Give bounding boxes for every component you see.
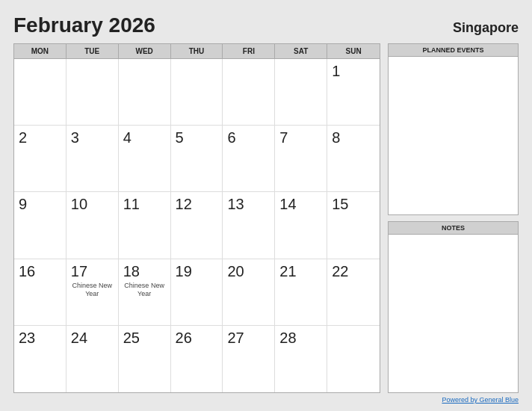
notes-content bbox=[389, 235, 518, 392]
cal-cell-1: 1 bbox=[327, 59, 380, 126]
cal-cell-26: 26 bbox=[171, 326, 223, 392]
cal-cell-6: 6 bbox=[223, 126, 275, 192]
cal-cell-18: 18 Chinese New Year bbox=[119, 259, 171, 326]
day-number: 16 bbox=[19, 262, 35, 280]
day-number: 26 bbox=[176, 329, 192, 347]
cal-cell-28: 28 bbox=[275, 326, 327, 392]
cal-cell-21: 21 bbox=[275, 259, 327, 326]
header: February 2026 Singapore bbox=[13, 13, 519, 37]
cal-cell bbox=[66, 59, 119, 126]
day-number: 14 bbox=[279, 195, 296, 213]
calendar-grid: 1 2 3 4 5 6 7 bbox=[14, 59, 380, 392]
footer-link[interactable]: Powered by General Blue bbox=[442, 396, 519, 404]
cal-cell-15: 15 bbox=[327, 192, 380, 259]
cal-cell-17: 17 Chinese New Year bbox=[66, 259, 119, 326]
day-sat: SAT bbox=[275, 44, 327, 58]
day-number: 11 bbox=[123, 195, 140, 213]
calendar-page: February 2026 Singapore MON TUE WED THU … bbox=[0, 0, 532, 411]
cal-cell-2: 2 bbox=[14, 126, 66, 192]
cal-cell-5: 5 bbox=[171, 126, 223, 192]
event-chinese-new-year-1: Chinese New Year bbox=[71, 282, 114, 299]
day-number: 6 bbox=[227, 129, 235, 146]
day-number: 27 bbox=[227, 329, 244, 347]
day-number: 20 bbox=[227, 262, 244, 280]
cal-cell-3: 3 bbox=[66, 126, 119, 192]
sidebar: PLANNED EVENTS NOTES bbox=[388, 43, 519, 393]
cal-cell-19: 19 bbox=[171, 259, 223, 326]
cal-cell-8: 8 bbox=[327, 126, 380, 192]
footer: Powered by General Blue bbox=[13, 396, 519, 404]
planned-events-box: PLANNED EVENTS bbox=[388, 43, 519, 215]
day-fri: FRI bbox=[223, 44, 275, 58]
day-number: 7 bbox=[279, 129, 288, 146]
day-headers: MON TUE WED THU FRI SAT SUN bbox=[14, 44, 380, 59]
day-number: 19 bbox=[176, 262, 192, 280]
cal-cell bbox=[171, 59, 223, 126]
cal-cell-23: 23 bbox=[14, 326, 66, 392]
day-number: 3 bbox=[71, 129, 79, 146]
day-number: 2 bbox=[19, 129, 27, 146]
day-mon: MON bbox=[14, 44, 66, 58]
cal-cell-22: 22 bbox=[327, 259, 380, 326]
country-title: Singapore bbox=[453, 20, 519, 36]
cal-cell-9: 9 bbox=[14, 192, 66, 259]
cal-cell-7: 7 bbox=[275, 126, 327, 192]
day-tue: TUE bbox=[66, 44, 119, 58]
day-number: 15 bbox=[332, 195, 348, 213]
cal-cell-16: 16 bbox=[14, 259, 66, 326]
cal-cell bbox=[14, 59, 66, 126]
notes-title: NOTES bbox=[389, 222, 518, 235]
day-number: 21 bbox=[279, 262, 296, 280]
day-number: 17 bbox=[71, 262, 87, 280]
calendar: MON TUE WED THU FRI SAT SUN 1 bbox=[13, 43, 380, 393]
day-number: 1 bbox=[332, 62, 340, 80]
cal-cell-24: 24 bbox=[66, 326, 119, 392]
cal-cell-12: 12 bbox=[171, 192, 223, 259]
cal-cell bbox=[119, 59, 171, 126]
day-number: 8 bbox=[332, 129, 340, 146]
day-number: 24 bbox=[71, 329, 87, 347]
day-number: 28 bbox=[279, 329, 296, 347]
day-thu: THU bbox=[171, 44, 223, 58]
day-number: 18 bbox=[123, 262, 140, 280]
cal-cell-20: 20 bbox=[223, 259, 275, 326]
day-number: 5 bbox=[176, 129, 184, 146]
day-number: 22 bbox=[332, 262, 348, 280]
cal-cell bbox=[275, 59, 327, 126]
planned-events-content bbox=[389, 57, 518, 214]
main-content: MON TUE WED THU FRI SAT SUN 1 bbox=[13, 43, 519, 393]
planned-events-title: PLANNED EVENTS bbox=[389, 44, 518, 57]
cal-cell-10: 10 bbox=[66, 192, 119, 259]
cal-cell-11: 11 bbox=[119, 192, 171, 259]
day-number: 13 bbox=[227, 195, 244, 213]
day-number: 10 bbox=[71, 195, 87, 213]
day-number: 23 bbox=[19, 329, 35, 347]
day-number: 9 bbox=[19, 195, 27, 213]
day-number: 12 bbox=[176, 195, 192, 213]
cal-cell-27: 27 bbox=[223, 326, 275, 392]
cal-cell-14: 14 bbox=[275, 192, 327, 259]
cal-cell-4: 4 bbox=[119, 126, 171, 192]
cal-cell-25: 25 bbox=[119, 326, 171, 392]
cal-cell-13: 13 bbox=[223, 192, 275, 259]
month-title: February 2026 bbox=[13, 13, 155, 37]
day-number: 25 bbox=[123, 329, 140, 347]
event-chinese-new-year-2: Chinese New Year bbox=[123, 282, 166, 299]
cal-cell bbox=[223, 59, 275, 126]
cal-cell-empty-end bbox=[327, 326, 380, 392]
day-sun: SUN bbox=[327, 44, 380, 58]
day-wed: WED bbox=[119, 44, 171, 58]
day-number: 4 bbox=[123, 129, 132, 146]
notes-box: NOTES bbox=[388, 221, 519, 393]
